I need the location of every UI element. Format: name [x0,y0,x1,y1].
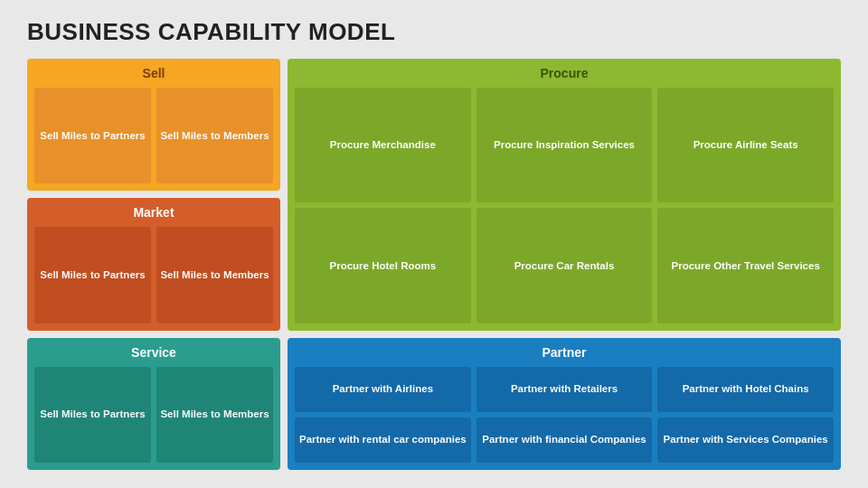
list-item: Partner with Services Companies [657,418,834,463]
list-item: Sell Miles to Partners [34,88,151,183]
list-item: Sell Miles to Partners [34,227,151,323]
list-item: Partner with financial Companies [476,418,653,463]
service-section: Service Sell Miles to Partners Sell Mile… [27,338,280,470]
list-item: Partner with Airlines [295,367,471,412]
list-item: Sell Miles to Members [156,227,273,323]
sell-cards: Sell Miles to Partners Sell Miles to Mem… [34,88,273,183]
list-item: Procure Other Travel Services [657,208,834,323]
market-section: Market Sell Miles to Partners Sell Miles… [27,198,280,330]
procure-cards: Procure Merchandise Procure Inspiration … [295,88,834,324]
list-item: Procure Airline Seats [657,88,834,202]
sell-title: Sell [34,66,273,80]
partner-section: Partner Partner with Airlines Partner wi… [288,338,841,470]
list-item: Procure Hotel Rooms [295,208,471,323]
list-item: Sell Miles to Partners [34,367,151,463]
list-item: Partner with Hotel Chains [657,367,834,412]
list-item: Procure Merchandise [295,88,471,202]
page-title: BUSINESS CAPABILITY MODEL [27,18,841,46]
list-item: Partner with rental car companies [295,418,471,463]
sell-section: Sell Sell Miles to Partners Sell Miles t… [27,59,280,191]
market-cards: Sell Miles to Partners Sell Miles to Mem… [34,227,273,323]
procure-title: Procure [295,66,834,80]
service-title: Service [34,345,273,360]
service-cards: Sell Miles to Partners Sell Miles to Mem… [34,367,273,463]
procure-section: Procure Procure Merchandise Procure Insp… [288,59,841,331]
list-item: Sell Miles to Members [156,88,273,183]
partner-title: Partner [295,345,834,360]
list-item: Procure Car Rentals [476,208,653,323]
market-title: Market [34,205,273,220]
list-item: Procure Inspiration Services [476,88,653,202]
capability-grid: Sell Sell Miles to Partners Sell Miles t… [27,59,841,470]
list-item: Sell Miles to Members [156,367,273,463]
partner-cards: Partner with Airlines Partner with Retai… [295,367,834,463]
list-item: Partner with Retailers [476,367,653,412]
